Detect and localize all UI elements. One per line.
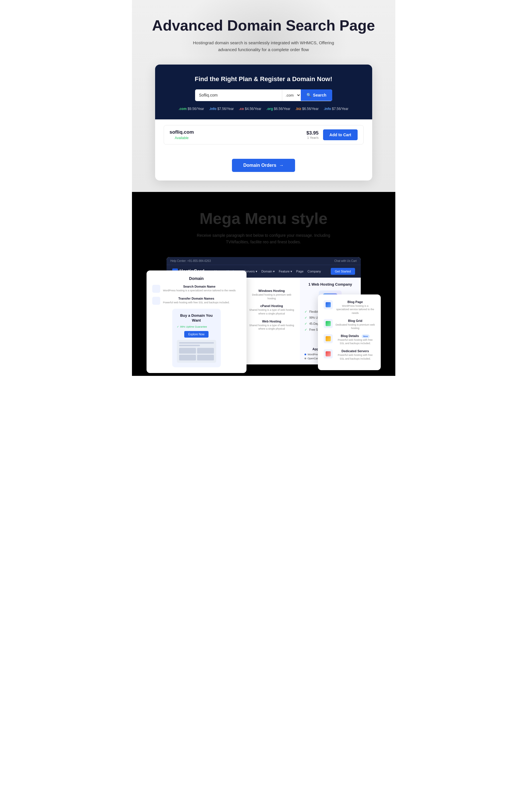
blog-right-card: Blog Page WordPress hosting is a special…: [318, 294, 381, 370]
domain-orders-button[interactable]: Domain Orders →: [232, 159, 295, 172]
tld-pricing: .com $9.56/Year .info $7.56/Year .co $4.…: [164, 107, 364, 111]
price-amount: $3.95: [307, 130, 319, 136]
tld-biz-price: .biz $6.56/Year: [295, 107, 319, 111]
blog-details-item: Blog Details New Powerful web hosting wi…: [324, 334, 375, 345]
blog-page-item: Blog Page WordPress hosting is a special…: [324, 300, 375, 315]
domain-card-header: Find the Right Plan & Register a Domain …: [155, 64, 372, 119]
domain-bottom-card: Domain Search Domain Name WordPress host…: [147, 271, 247, 373]
transfer-domain-icon: [152, 297, 160, 305]
nav-page[interactable]: Page: [296, 270, 304, 273]
tld-select[interactable]: .com .net .org .info: [282, 89, 301, 101]
explore-now-button[interactable]: Explore Now: [184, 331, 208, 338]
nav-feature[interactable]: Feature ▾: [279, 270, 292, 273]
preview-bar-2: [179, 345, 200, 346]
price-info: $3.95 1 Year/s: [307, 130, 319, 140]
tld-org-price: .org $6.56/Year: [266, 107, 291, 111]
nav-company[interactable]: Company: [308, 270, 321, 273]
get-started-button[interactable]: Get Started: [331, 268, 355, 275]
result-domain-name: sofliq.com: [170, 129, 194, 135]
uptime-badge: ✓ 99% Uptime Guarantee: [177, 325, 216, 328]
mega-menu-title: Mega Menu style: [138, 209, 390, 228]
browser-topbar: Help Center: +91-855-984-6263 Chat with …: [166, 257, 361, 265]
new-badge: New: [362, 334, 370, 338]
nav-domain[interactable]: Domain ▾: [261, 270, 275, 273]
search-button[interactable]: 🔍 Search: [301, 89, 332, 101]
preview-block-3: [179, 355, 196, 360]
browser-help-text: Help Center: +91-855-984-6263: [171, 259, 211, 262]
blog-details-icon: [324, 334, 333, 343]
dedicated-servers-item: Dedicated Servers Powerful web hosting w…: [324, 349, 375, 360]
wp-dot: [305, 353, 306, 355]
search-domain-icon: [152, 285, 160, 293]
preview-block-1: [179, 348, 196, 353]
buy-domain-title: Buy a Domain You Want: [177, 313, 216, 323]
buy-domain-panel: Buy a Domain You Want ✓ 99% Uptime Guara…: [172, 309, 221, 367]
tld-co-price: .co $4.56/Year: [239, 107, 261, 111]
mega-menu-subtitle: Receive sample paragraph text below to c…: [192, 232, 335, 246]
domain-mini-search: Search Domain Name WordPress hosting is …: [152, 285, 241, 293]
tld-info-price: .info $7.56/Year: [209, 107, 234, 111]
result-domain-status: Available: [170, 136, 194, 140]
mini-preview: [177, 340, 216, 363]
blog-grid-item: Blog Grid Dedicated hosting is premium w…: [324, 319, 375, 330]
price-period: 1 Year/s: [307, 136, 319, 140]
blog-grid-icon: [324, 319, 333, 328]
tld-com-price: .com $9.56/Year: [178, 107, 204, 111]
check-icon-4: ✓: [305, 328, 307, 332]
mega-item-cpanel: cPanel Hosting Shared hosting is a type …: [238, 304, 295, 315]
domain-search-input[interactable]: [195, 89, 282, 101]
preview-grid: [179, 348, 214, 360]
hero-subtitle: Hostingrad domain search is seamlessly i…: [192, 40, 335, 53]
browser-mockup: Help Center: +91-855-984-6263 Chat with …: [147, 257, 381, 364]
browser-chat-text: Chat with Us Cart: [334, 259, 356, 262]
domain-card-title: Find the Right Plan & Register a Domain …: [164, 75, 364, 84]
result-right: $3.95 1 Year/s Add to Cart: [307, 129, 357, 140]
mega-menu-section: Mega Menu style Receive sample paragraph…: [132, 192, 395, 376]
mega-item-windows: Windows Hosting Dedicated hosting is pre…: [238, 289, 295, 300]
add-to-cart-button[interactable]: Add to Cart: [323, 129, 357, 140]
check-icon-3: ✓: [305, 322, 307, 325]
preview-block-2: [197, 348, 214, 353]
arrow-right-icon: →: [279, 163, 284, 168]
search-icon: 🔍: [307, 93, 311, 97]
result-domain-info: sofliq.com Available: [170, 129, 194, 140]
hero-title: Advanced Domain Search Page: [138, 17, 390, 34]
check-icon-uptime: ✓: [177, 325, 179, 328]
opencart-dot: [305, 358, 306, 359]
dedicated-servers-icon: [324, 349, 333, 359]
check-icon-2: ✓: [305, 316, 307, 320]
hero-section: Advanced Domain Search Page Hostingrad d…: [132, 0, 395, 192]
search-bar: .com .net .org .info 🔍 Search: [195, 89, 332, 101]
domain-result: sofliq.com Available $3.95 1 Year/s Add …: [155, 119, 372, 150]
result-row: sofliq.com Available $3.95 1 Year/s Add …: [164, 125, 364, 145]
domain-mini-transfer: Transfer Domain Names Powerful web hosti…: [152, 297, 241, 305]
tld-info2-price: .info $7.56/Year: [324, 107, 348, 111]
blog-page-icon: [324, 300, 333, 309]
check-icon: ✓: [305, 310, 307, 314]
domain-panel-title: Domain: [152, 276, 241, 281]
mega-item-web: Web Hosting Shared hosting is a type of …: [238, 320, 295, 331]
preview-bar-1: [179, 342, 214, 344]
preview-block-4: [197, 355, 214, 360]
domain-orders-section: Domain Orders →: [155, 150, 372, 180]
mega-right-title: 1 Web Hosting Company: [305, 282, 356, 287]
domain-search-card: Find the Right Plan & Register a Domain …: [155, 64, 372, 180]
